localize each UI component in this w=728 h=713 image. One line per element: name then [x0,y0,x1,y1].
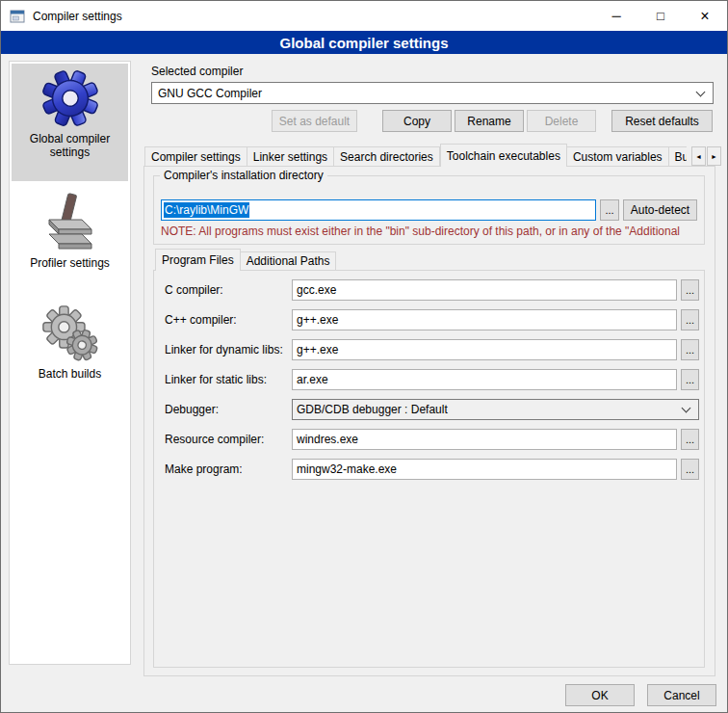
sidebar-item-batch-builds[interactable]: Batch builds [12,299,128,399]
cancel-button[interactable]: Cancel [647,684,716,706]
close-button[interactable]: × [683,1,727,31]
subtab-program-files[interactable]: Program Files [155,249,241,271]
cpp-compiler-input[interactable]: g++.exe [292,309,677,330]
app-icon [10,9,25,24]
row-make-program: Make program: mingw32-make.exe ... [165,459,699,480]
install-dir-group-title: Compiler's installation directory [160,169,327,182]
row-cpp-compiler: C++ compiler: g++.exe ... [165,309,699,330]
program-files-tabstrip: Program Files Additional Paths [155,249,559,271]
field-value: windres.exe [297,433,358,446]
field-value: GDB/CDB debugger : Default [297,403,448,416]
install-dir-browse-button[interactable]: ... [600,199,619,221]
sidebar-item-label: Batch builds [35,367,105,385]
field-value: g++.exe [297,313,338,327]
debugger-select[interactable]: GDB/CDB debugger : Default [292,399,699,420]
field-label: C++ compiler: [165,313,292,327]
chevron-down-icon [696,87,706,96]
selected-compiler-label: Selected compiler [151,65,243,78]
install-dir-input[interactable]: C:\raylib\MinGW [161,199,596,221]
resource-compiler-input[interactable]: windres.exe [292,429,677,450]
sidebar-item-label: Global compiler settings [12,132,128,164]
tab-scroll-left-button[interactable]: ◄ [691,146,706,166]
make-program-input[interactable]: mingw32-make.exe [292,459,677,480]
dialog-header: Global compiler settings [1,31,727,54]
reset-defaults-button[interactable]: Reset defaults [611,110,713,132]
gears-gray-icon [41,304,99,363]
make-program-browse-button[interactable]: ... [681,459,699,480]
copy-button[interactable]: Copy [382,110,452,132]
sidebar: Global compiler settings Profiler settin… [9,61,131,665]
dynamic-linker-input[interactable]: g++.exe [292,339,677,360]
delete-button[interactable]: Delete [527,110,596,132]
compiler-select-value: GNU GCC Compiler [158,87,262,100]
window-controls: ─ □ × [594,1,727,31]
sidebar-item-label: Profiler settings [26,256,114,275]
titlebar: Compiler settings ─ □ × [1,1,727,31]
field-label: Resource compiler: [165,433,292,446]
auto-detect-button[interactable]: Auto-detect [623,199,697,221]
compiler-settings-window: Compiler settings ─ □ × Global compiler … [0,0,728,713]
field-label: C compiler: [165,283,292,297]
gear-blue-icon [40,68,100,128]
tab-compiler-settings[interactable]: Compiler settings [144,146,247,167]
c-compiler-browse-button[interactable]: ... [681,279,699,301]
ok-button[interactable]: OK [565,684,635,706]
maximize-button[interactable]: □ [638,1,683,31]
row-debugger: Debugger: GDB/CDB debugger : Default [165,399,699,420]
note-text: NOTE: All programs must exist either in … [161,224,700,238]
row-resource-compiler: Resource compiler: windres.exe ... [165,429,699,450]
field-value: mingw32-make.exe [297,462,397,476]
settings-tabstrip: Compiler settings Linker settings Search… [144,144,687,167]
install-dir-selected-text: C:\raylib\MinGW [164,202,249,218]
field-label: Linker for dynamic libs: [165,343,292,356]
sidebar-item-profiler-settings[interactable]: Profiler settings [12,188,128,288]
field-label: Debugger: [165,403,292,416]
chevron-down-icon [682,404,691,413]
tab-custom-variables[interactable]: Custom variables [567,146,669,167]
c-compiler-input[interactable]: gcc.exe [292,279,677,301]
resource-compiler-browse-button[interactable]: ... [681,429,699,450]
static-linker-input[interactable]: ar.exe [292,369,677,390]
tab-scroll-right-button[interactable]: ► [707,146,721,166]
field-value: g++.exe [297,343,338,356]
rename-button[interactable]: Rename [455,110,524,132]
minimize-button[interactable]: ─ [594,1,638,31]
tab-search-directories[interactable]: Search directories [334,146,440,167]
tab-build-options[interactable]: Build [669,146,687,167]
cpp-compiler-browse-button[interactable]: ... [681,309,699,330]
profiler-icon [42,193,98,252]
subtab-additional-paths[interactable]: Additional Paths [241,251,337,271]
window-title: Compiler settings [33,10,122,23]
field-value: gcc.exe [297,283,336,297]
static-linker-browse-button[interactable]: ... [681,369,699,390]
sidebar-item-global-compiler-settings[interactable]: Global compiler settings [12,64,128,181]
compiler-select[interactable]: GNU GCC Compiler [151,82,714,104]
set-as-default-button[interactable]: Set as default [272,110,357,132]
field-value: ar.exe [297,373,328,386]
row-c-compiler: C compiler: gcc.exe ... [165,279,699,301]
field-label: Linker for static libs: [165,373,292,386]
row-dynamic-linker: Linker for dynamic libs: g++.exe ... [165,339,699,360]
row-static-linker: Linker for static libs: ar.exe ... [165,369,699,390]
tab-linker-settings[interactable]: Linker settings [247,146,334,167]
field-label: Make program: [165,462,292,476]
tab-toolchain-executables[interactable]: Toolchain executables [440,144,567,167]
dynamic-linker-browse-button[interactable]: ... [681,339,699,360]
